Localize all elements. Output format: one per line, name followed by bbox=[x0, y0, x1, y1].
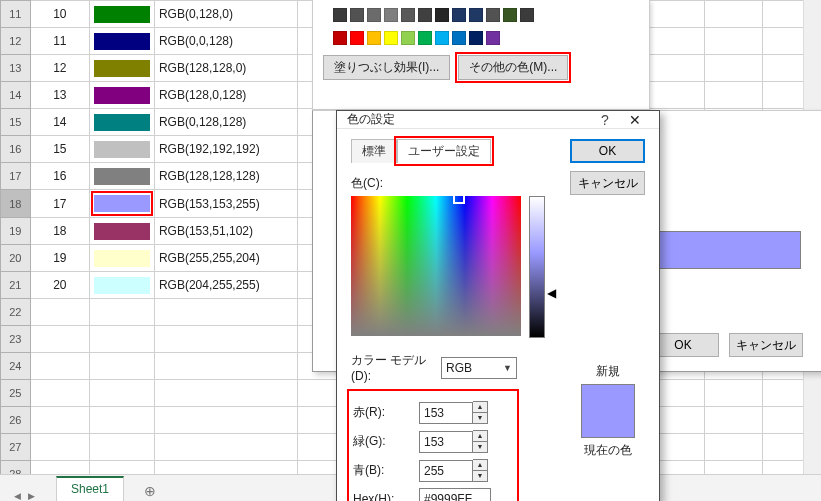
cell-swatch[interactable] bbox=[89, 407, 154, 434]
outer-cancel-button[interactable]: キャンセル bbox=[729, 333, 803, 357]
cell-rgb-text[interactable] bbox=[154, 380, 297, 407]
palette-swatch[interactable] bbox=[520, 8, 534, 22]
cell-rgb-text[interactable]: RGB(0,128,0) bbox=[154, 1, 297, 28]
cell-empty[interactable] bbox=[704, 434, 762, 461]
row-header[interactable]: 18 bbox=[1, 190, 31, 218]
cell-empty[interactable] bbox=[704, 82, 762, 109]
picker-crosshair-icon[interactable] bbox=[453, 192, 465, 204]
cell-num[interactable] bbox=[30, 380, 89, 407]
cell-num[interactable] bbox=[30, 353, 89, 380]
cell-rgb-text[interactable]: RGB(0,128,128) bbox=[154, 109, 297, 136]
help-button[interactable]: ? bbox=[591, 112, 619, 128]
row-header[interactable]: 25 bbox=[1, 380, 31, 407]
palette-swatch[interactable] bbox=[503, 8, 517, 22]
row-header[interactable]: 17 bbox=[1, 163, 31, 190]
row-header[interactable]: 12 bbox=[1, 28, 31, 55]
row-header[interactable]: 20 bbox=[1, 245, 31, 272]
cell-num[interactable]: 15 bbox=[30, 136, 89, 163]
cell-rgb-text[interactable]: RGB(153,153,255) bbox=[154, 190, 297, 218]
cell-empty[interactable] bbox=[704, 28, 762, 55]
cell-rgb-text[interactable]: RGB(128,128,0) bbox=[154, 55, 297, 82]
red-stepper[interactable]: 153 ▲▼ bbox=[419, 401, 497, 424]
more-colors-button[interactable]: その他の色(M)... bbox=[458, 55, 568, 80]
blue-input[interactable]: 255 bbox=[419, 460, 473, 482]
palette-swatch[interactable] bbox=[469, 31, 483, 45]
cell-rgb-text[interactable] bbox=[154, 326, 297, 353]
palette-swatch[interactable] bbox=[452, 31, 466, 45]
hex-input[interactable]: #9999FF bbox=[419, 488, 491, 501]
palette-swatch[interactable] bbox=[384, 31, 398, 45]
cell-num[interactable]: 20 bbox=[30, 272, 89, 299]
row-header[interactable]: 13 bbox=[1, 55, 31, 82]
cell-empty[interactable] bbox=[646, 82, 704, 109]
palette-swatch[interactable] bbox=[486, 8, 500, 22]
cell-rgb-text[interactable] bbox=[154, 434, 297, 461]
cell-rgb-text[interactable] bbox=[154, 299, 297, 326]
blue-stepper[interactable]: 255 ▲▼ bbox=[419, 459, 497, 482]
cell-empty[interactable] bbox=[704, 407, 762, 434]
palette-swatch[interactable] bbox=[367, 31, 381, 45]
cell-num[interactable]: 10 bbox=[30, 1, 89, 28]
cell-swatch[interactable] bbox=[89, 380, 154, 407]
row-header[interactable]: 26 bbox=[1, 407, 31, 434]
palette-swatch[interactable] bbox=[367, 8, 381, 22]
row-header[interactable]: 24 bbox=[1, 353, 31, 380]
cell-empty[interactable] bbox=[646, 55, 704, 82]
cell-rgb-text[interactable]: RGB(0,0,128) bbox=[154, 28, 297, 55]
cell-swatch[interactable] bbox=[89, 326, 154, 353]
cell-rgb-text[interactable]: RGB(204,255,255) bbox=[154, 272, 297, 299]
palette-swatch[interactable] bbox=[435, 8, 449, 22]
cell-swatch[interactable] bbox=[89, 434, 154, 461]
palette-swatch[interactable] bbox=[452, 8, 466, 22]
cell-num[interactable]: 11 bbox=[30, 28, 89, 55]
cell-empty[interactable] bbox=[646, 28, 704, 55]
cell-num[interactable]: 14 bbox=[30, 109, 89, 136]
cell-empty[interactable] bbox=[704, 55, 762, 82]
luminance-slider[interactable] bbox=[529, 196, 545, 338]
cell-num[interactable]: 17 bbox=[30, 190, 89, 218]
green-spinner[interactable]: ▲▼ bbox=[473, 430, 488, 453]
fill-effects-button[interactable]: 塗りつぶし効果(I)... bbox=[323, 55, 450, 80]
cell-swatch[interactable] bbox=[89, 82, 154, 109]
cell-swatch[interactable] bbox=[89, 136, 154, 163]
dialog-titlebar[interactable]: 色の設定 ? ✕ bbox=[337, 111, 659, 129]
cell-rgb-text[interactable]: RGB(192,192,192) bbox=[154, 136, 297, 163]
sheet-tab-active[interactable]: Sheet1 bbox=[56, 476, 124, 501]
row-header[interactable]: 23 bbox=[1, 326, 31, 353]
cell-num[interactable] bbox=[30, 326, 89, 353]
cell-num[interactable]: 19 bbox=[30, 245, 89, 272]
red-input[interactable]: 153 bbox=[419, 402, 473, 424]
palette-swatch[interactable] bbox=[435, 31, 449, 45]
green-input[interactable]: 153 bbox=[419, 431, 473, 453]
cell-swatch[interactable] bbox=[89, 28, 154, 55]
cell-rgb-text[interactable]: RGB(128,0,128) bbox=[154, 82, 297, 109]
cell-rgb-text[interactable]: RGB(255,255,204) bbox=[154, 245, 297, 272]
row-header[interactable]: 21 bbox=[1, 272, 31, 299]
row-header[interactable]: 14 bbox=[1, 82, 31, 109]
cell-swatch[interactable] bbox=[89, 163, 154, 190]
cell-num[interactable]: 12 bbox=[30, 55, 89, 82]
ok-button[interactable]: OK bbox=[570, 139, 645, 163]
green-stepper[interactable]: 153 ▲▼ bbox=[419, 430, 497, 453]
cell-swatch[interactable] bbox=[89, 299, 154, 326]
cell-empty[interactable] bbox=[646, 1, 704, 28]
chevron-right-icon[interactable]: ▶ bbox=[26, 491, 36, 501]
hex-field[interactable]: #9999FF bbox=[419, 488, 497, 501]
close-button[interactable]: ✕ bbox=[619, 112, 651, 128]
cell-swatch[interactable] bbox=[89, 353, 154, 380]
tab-scroll-buttons[interactable]: ◀ ▶ bbox=[0, 491, 44, 501]
palette-swatch[interactable] bbox=[401, 31, 415, 45]
cell-empty[interactable] bbox=[704, 1, 762, 28]
luminance-arrow-icon[interactable]: ◀ bbox=[547, 286, 556, 300]
cell-num[interactable]: 18 bbox=[30, 218, 89, 245]
palette-swatch[interactable] bbox=[486, 31, 500, 45]
palette-swatch[interactable] bbox=[418, 8, 432, 22]
tab-standard[interactable]: 標準 bbox=[351, 139, 397, 163]
palette-swatch[interactable] bbox=[333, 8, 347, 22]
cancel-button[interactable]: キャンセル bbox=[570, 171, 645, 195]
palette-swatch[interactable] bbox=[418, 31, 432, 45]
cell-num[interactable] bbox=[30, 299, 89, 326]
cell-swatch[interactable] bbox=[89, 190, 154, 218]
cell-rgb-text[interactable]: RGB(153,51,102) bbox=[154, 218, 297, 245]
cell-num[interactable] bbox=[30, 407, 89, 434]
